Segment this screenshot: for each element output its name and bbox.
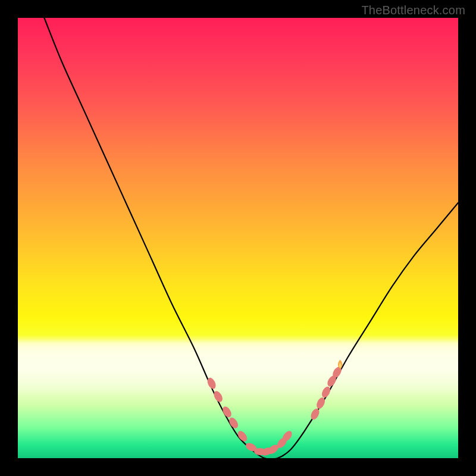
chart-svg <box>18 18 458 458</box>
plot-area <box>18 18 458 458</box>
svg-point-13 <box>320 385 332 399</box>
chart-frame: TheBottleneck.com <box>0 0 476 476</box>
svg-point-2 <box>221 405 233 419</box>
svg-point-11 <box>309 407 321 421</box>
curve-line <box>44 18 458 458</box>
watermark-text: TheBottleneck.com <box>361 4 465 17</box>
curve-markers <box>206 360 343 457</box>
